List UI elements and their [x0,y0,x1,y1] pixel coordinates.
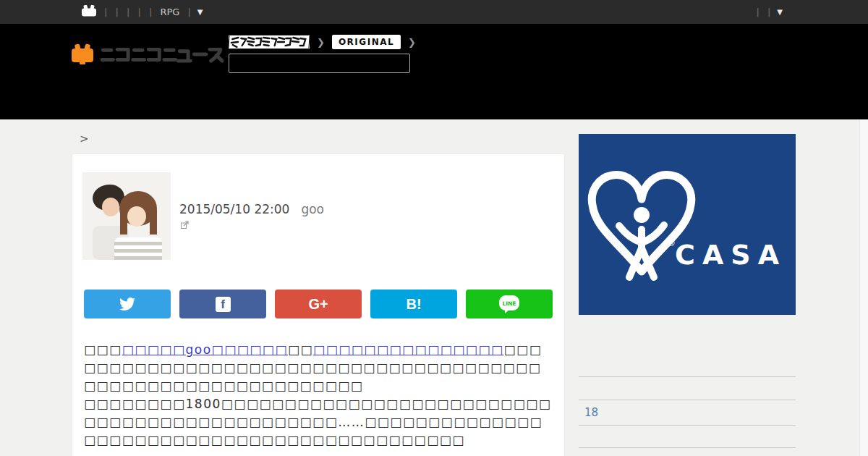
twitter-share-button[interactable] [84,290,171,318]
sidebar-list-item [579,315,796,377]
niconico-news-logotype [101,44,224,64]
article-paragraph-1: □□□□□□□□goo□□□□□□□□□□□□□□□□□□□□□□□□□□□□□… [84,341,553,395]
page: | | | | | RPG | ▼ | | ▼ [0,0,868,456]
breadcrumb-chevron: > [80,132,89,145]
svg-text:LINE: LINE [503,300,516,306]
facebook-share-button[interactable]: f [179,290,266,318]
googleplus-icon: G+ [308,296,328,313]
niconico-news-logo[interactable] [70,43,224,65]
line-bubble-icon: LINE [498,295,520,314]
sidebar-item-label [579,430,590,436]
top-bar-right: | | ▼ [756,7,783,17]
menu-separators-right: | | [756,7,770,17]
paragraph-text: □□□ [84,342,122,357]
article-paragraph-2: □□□□□□□□1800□□□□□□□□□□□□□□□□□□□□□□□□□□□□… [84,395,553,449]
googleplus-share-button[interactable]: G+ [275,290,362,318]
top-bar-left: | | | | | RPG | ▼ [81,5,203,20]
denfami-nicogamer-badge[interactable] [229,35,310,49]
inline-link-2[interactable]: □□□□□□□□□□□□□□□ [313,342,503,357]
site-header: ❯ ORIGINAL ❯ [0,24,868,119]
inline-link-1[interactable]: □□□□□goo□□□□□□ [122,342,288,357]
sidebar-item-link-18[interactable]: 18 [579,400,604,419]
article-source: goo [301,202,324,216]
casa-figure-head [634,207,650,223]
channel-badges: ❯ ORIGINAL ❯ [229,35,423,49]
sidebar-item-label [579,381,590,387]
casa-wordmark: CASA [675,239,786,271]
top-bar: | | | | | RPG | ▼ | | ▼ [0,0,868,24]
niconico-tv-icon[interactable] [81,5,97,20]
hatena-share-button[interactable]: B! [370,290,457,318]
menu-item-rpg[interactable]: RPG [160,7,179,17]
menu-dropdown-arrow-icon[interactable]: ▼ [197,8,203,16]
line-share-button[interactable]: LINE [466,290,553,318]
sidebar-list: 18 [579,315,796,448]
page-scrollbar[interactable] [859,119,868,456]
casa-ad-banner[interactable]: ® CASA [579,134,796,315]
facebook-f-icon: f [216,297,231,312]
article-meta: 2015/05/10 22:00goo [179,202,324,216]
paragraph-text: □□□□□□□□1800□□□□□□□□□□□□□□□□□□□□□□□□□□□□… [84,397,551,447]
breadcrumb: > [80,132,89,145]
article-card: 2015/05/10 22:00goo f G+ B! [72,154,564,456]
sidebar-list-item: 18 [579,400,796,426]
article-thumbnail[interactable] [82,172,171,260]
share-buttons: f G+ B! LINE [84,290,553,318]
account-dropdown-arrow-icon[interactable]: ▼ [777,8,783,16]
external-link-icon[interactable] [181,218,189,232]
paragraph-text: □□ [288,342,313,357]
hatena-b-icon: B! [406,296,421,313]
chevron-right-icon: ❯ [408,37,416,48]
sidebar-list-item [579,426,796,448]
menu-separators: | | | | | [104,7,152,17]
twitter-bird-icon [119,296,135,312]
chevron-right-icon: ❯ [317,37,325,48]
sidebar-item-label [579,319,590,325]
niconico-tv-orange-icon [70,43,95,65]
sidebar-list-item [579,377,796,400]
article-date: 2015/05/10 22:00 [179,202,289,216]
casa-logo: ® CASA [579,134,796,315]
search-input[interactable] [229,54,410,73]
menu-separator: | [187,7,190,17]
original-badge[interactable]: ORIGINAL [332,35,401,49]
